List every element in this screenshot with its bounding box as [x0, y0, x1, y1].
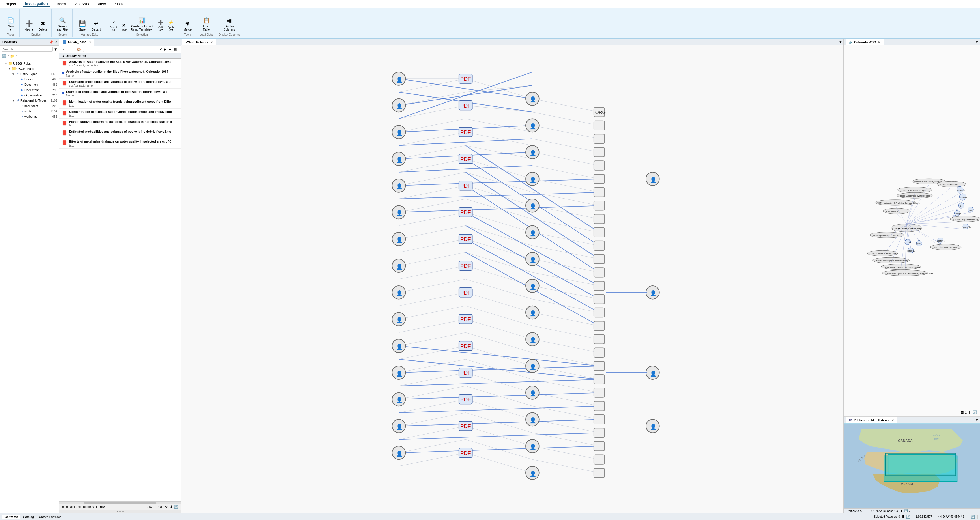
display-columns-button[interactable]: ▦ Display Columns	[222, 15, 237, 32]
colorado-wsc-menu-button[interactable]: ▼	[975, 40, 978, 44]
sidebar-search-dropdown-button[interactable]: ▼	[54, 47, 57, 51]
pdf-icon-1: 📕	[62, 60, 67, 66]
map-zoom-in-button[interactable]: +	[864, 509, 866, 512]
select-all-button[interactable]: ☑ Select All	[109, 18, 118, 32]
table-search-clear-button[interactable]: ✕	[158, 47, 163, 51]
tree-item-hasextent[interactable]: → hasExtent 295	[0, 103, 59, 108]
tree-item-person[interactable]: ● Person 483	[0, 76, 59, 82]
add-to-button[interactable]: ➕ Add To▼	[156, 18, 165, 32]
tree-item-works-at[interactable]: → works_at 653	[0, 114, 59, 119]
row-content-4: Estimated probabilities and volumes of p…	[66, 90, 178, 97]
ribbon-group-types: 📄 New ▼ Types	[2, 9, 19, 37]
table-row[interactable]: 📕 Identification of water-quality trends…	[59, 99, 181, 108]
map-refresh-button[interactable]: 🔄	[904, 509, 908, 512]
svg-line-20	[399, 332, 466, 346]
menu-view[interactable]: View	[95, 1, 108, 6]
save-button[interactable]: 💾 Save	[76, 18, 89, 32]
table-tab-usgs-pubs[interactable]: USGS_Pubs ✕	[59, 39, 94, 46]
whole-network-tab[interactable]: Whole Network ✕	[183, 39, 216, 45]
colorado-wsc-close-icon[interactable]: ✕	[878, 41, 880, 44]
table-row[interactable]: 📕 Estimated probabilities and volumes of…	[59, 79, 181, 89]
sidebar-close-button[interactable]: ✕	[54, 40, 57, 44]
tree-item-entity-types[interactable]: ▼ ✦ Entity Types 1473	[0, 71, 59, 76]
status-zoom-out-button[interactable]: -	[936, 515, 937, 518]
apply-to-button[interactable]: ⚡ Apply To▼	[166, 18, 175, 32]
ribbon-display-columns-label: Display Columns	[219, 32, 240, 36]
table-search-options-button[interactable]: ☰	[167, 47, 173, 51]
sidebar-refresh-button[interactable]: 🔄	[2, 54, 6, 58]
sidebar-pin-button[interactable]: 📌	[49, 40, 53, 44]
discard-button[interactable]: ↩ Discard	[90, 18, 103, 32]
tab-contents[interactable]: Contents	[2, 515, 21, 519]
status-refresh-button[interactable]: 🔄	[970, 515, 975, 519]
map-zoom-out-button[interactable]: -	[868, 509, 869, 512]
whole-network-close-icon[interactable]: ✕	[210, 41, 213, 44]
menu-insert[interactable]: Insert	[55, 1, 68, 6]
rows-download-button[interactable]: ⬇	[170, 505, 173, 509]
table-search-input[interactable]: "Blue River"	[84, 48, 158, 51]
create-link-chart-button[interactable]: 📊 Create Link Chart Using Template▼	[129, 15, 155, 32]
whole-network-content[interactable]: .edge { stroke: #b0b8c8; stroke-width: 0…	[181, 45, 843, 513]
status-pause-button[interactable]: ⏸	[966, 515, 969, 519]
map-fullscreen-button[interactable]: ⛶	[909, 509, 912, 512]
tree-item-usgs-pubs-child[interactable]: ▼ 📁 USGS_Pubs	[0, 66, 59, 71]
new-type-button[interactable]: 📄 New ▼	[5, 15, 17, 32]
sidebar-search-input[interactable]	[2, 47, 52, 52]
table-scrollbar[interactable]	[59, 501, 181, 504]
network-pause-button[interactable]: ⏸	[901, 515, 905, 519]
clear-button[interactable]: ✕ Clear	[119, 21, 128, 32]
table-row[interactable]: 📕 Analysis of water quality in the Blue …	[59, 59, 181, 68]
rows-refresh-button[interactable]: 🔄	[174, 505, 178, 509]
rows-select[interactable]: 1000 500 250	[155, 505, 169, 509]
menu-project[interactable]: Project	[2, 1, 18, 6]
merge-button[interactable]: ⊕ Merge	[181, 18, 194, 32]
delete-entity-button[interactable]: ✖ Delete	[37, 18, 49, 32]
load-table-button[interactable]: 📋 Load Table	[200, 15, 212, 32]
publication-map-tab[interactable]: 🗺 Publication Map Extents ✕	[846, 417, 897, 423]
table-back-button[interactable]: ←	[61, 47, 67, 52]
table-search-run-button[interactable]: ▶	[163, 47, 167, 51]
svg-text:👤: 👤	[396, 290, 403, 296]
table-tab-close-icon[interactable]: ✕	[88, 40, 91, 44]
search-filter-button[interactable]: 🔍 Search and Filter	[55, 15, 70, 32]
tree-item-wrote[interactable]: → wrote 1154	[0, 108, 59, 114]
pagination-pause-button[interactable]: ⏸	[968, 410, 972, 415]
map-scale-status: 1:69,332,577	[915, 515, 932, 518]
table-forward-button[interactable]: →	[68, 47, 75, 52]
tab-catalog[interactable]: Catalog	[21, 515, 36, 519]
publication-map-close-icon[interactable]: ✕	[891, 419, 894, 422]
status-zoom-in-button[interactable]: +	[933, 515, 935, 518]
table-row[interactable]: 📕 Plan of study to determine the effect …	[59, 119, 181, 129]
status-north-button[interactable]: ↑N	[938, 515, 942, 518]
tree-item-organization[interactable]: ● Organization 214	[0, 92, 59, 98]
tree-item-usgs-pubs-root[interactable]: ▼ 📁 USGS_Pubs	[0, 60, 59, 66]
tree-item-docextent[interactable]: ● DocExtent 295	[0, 87, 59, 92]
tab-create-features[interactable]: Create Features	[37, 515, 64, 519]
whole-network-menu-button[interactable]: ▼	[839, 40, 842, 44]
tree-item-document[interactable]: ● Document 481	[0, 82, 59, 87]
colorado-wsc-content[interactable]: .cnode { fill: #dde8f8; stroke: #4466aa;…	[845, 45, 980, 416]
network-refresh-button[interactable]: 🔄	[906, 515, 911, 519]
colorado-wsc-tab[interactable]: 🔗 Colorado WSC ✕	[846, 39, 884, 45]
sidebar-collapse-button[interactable]: ↕	[7, 54, 10, 58]
table-row[interactable]: ● Analysis of water quality in the Blue …	[59, 68, 181, 78]
new-entity-button[interactable]: ➕ New ▼	[23, 18, 36, 32]
tree-item-relationship-types[interactable]: ▼ ⇄ Relationship Types 2102	[0, 98, 59, 103]
row-subtitle-2: Name	[66, 74, 178, 77]
menu-share[interactable]: Share	[113, 1, 127, 6]
svg-line-305	[897, 214, 907, 224]
table-search-grid-button[interactable]: ▦	[173, 47, 178, 51]
table-row[interactable]: ● Estimated probabilities and volumes of…	[59, 89, 181, 99]
publication-map-menu-button[interactable]: ▼	[975, 418, 978, 422]
publication-map-content[interactable]: ROCKY CANADA Hudson Bay MEXICO	[845, 423, 980, 509]
table-row[interactable]: 📕 Concentration of selected sulfonylurea…	[59, 109, 181, 119]
map-pause-button[interactable]: ⏸	[900, 509, 902, 512]
table-row[interactable]: 📕 Estimated probabilities and volumes of…	[59, 129, 181, 138]
pdf-icon-3: 📕	[62, 80, 67, 86]
map-north-button[interactable]: N↑	[870, 509, 874, 512]
table-home-button[interactable]: 🏠	[75, 47, 82, 52]
table-row[interactable]: 📕 Effects of metal-mine drainage on wate…	[59, 138, 181, 148]
menu-investigation[interactable]: Investigation	[22, 1, 50, 7]
menu-analysis[interactable]: Analysis	[73, 1, 91, 6]
pagination-refresh-button[interactable]: 🔄	[973, 410, 977, 415]
